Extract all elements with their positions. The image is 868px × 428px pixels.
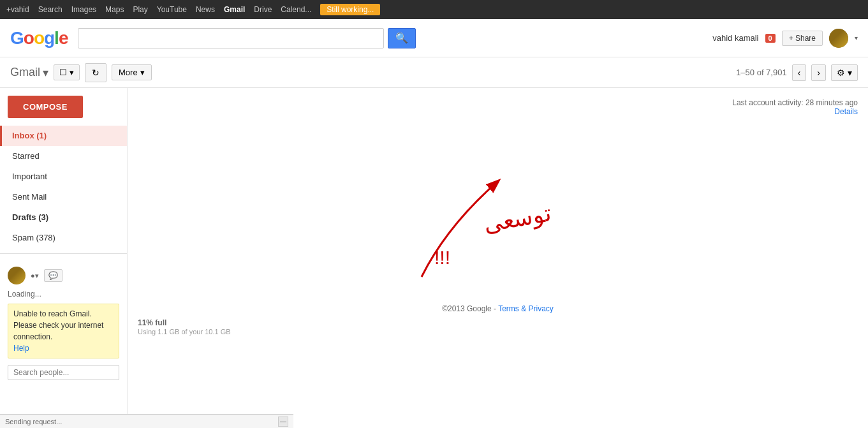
nav-vahid[interactable]: +vahid <box>6 5 29 14</box>
error-box: Unable to reach Gmail. Please check your… <box>8 304 119 358</box>
copyright-text: ©2013 Google - <box>442 304 496 313</box>
gmail-toolbar: Gmail ▾ ☐▾ ↻ More ▾ 1–50 of 7,901 ‹ › ⚙ … <box>0 57 868 88</box>
google-header: Google 🔍 vahid kamali 0 + Share ▾ <box>0 19 868 57</box>
share-button[interactable]: + Share <box>782 31 823 46</box>
sidebar-divider <box>0 253 127 254</box>
account-name: vahid kamali <box>712 33 758 43</box>
nav-news[interactable]: News <box>196 5 215 14</box>
nav-youtube[interactable]: YouTube <box>157 5 187 14</box>
chat-avatar <box>8 267 26 284</box>
sidebar-item-inbox[interactable]: Inbox (1) <box>0 126 127 146</box>
nav-gmail[interactable]: Gmail <box>224 5 245 14</box>
nav-images[interactable]: Images <box>71 5 96 14</box>
settings-button[interactable]: ⚙ ▾ <box>831 64 858 81</box>
center-footer: ©2013 Google - Terms & Privacy <box>138 304 858 313</box>
svg-text:!!!: !!! <box>434 247 450 268</box>
avatar[interactable] <box>829 29 848 48</box>
refresh-button[interactable]: ↻ <box>85 63 107 82</box>
svg-text:توسعی: توسعی <box>482 200 553 238</box>
sending-request-text: Sending request... <box>5 418 62 425</box>
storage-percent: 11% full <box>138 318 166 327</box>
content-area: Last account activity: 28 minutes ago De… <box>128 88 868 428</box>
nav-play[interactable]: Play <box>133 5 147 14</box>
chat-status: ●▾ <box>31 272 39 280</box>
nav-search[interactable]: Search <box>38 5 63 14</box>
error-message: Unable to reach Gmail. Please check your… <box>13 309 103 341</box>
prev-page-button[interactable]: ‹ <box>792 64 807 81</box>
top-nav-bar: +vahid Search Images Maps Play YouTube N… <box>0 0 868 19</box>
account-dropdown-arrow[interactable]: ▾ <box>855 34 858 41</box>
nav-drive[interactable]: Drive <box>254 5 272 14</box>
sidebar: COMPOSE Inbox (1) Starred Important Sent… <box>0 88 128 428</box>
more-button[interactable]: More ▾ <box>112 64 152 80</box>
compose-button[interactable]: COMPOSE <box>8 96 83 118</box>
chat-user-row: ●▾ 💬 <box>8 264 119 287</box>
storage-info: 11% full Using 1.1 GB of your 10.1 GB <box>138 318 858 336</box>
sidebar-item-drafts[interactable]: Drafts (3) <box>0 207 127 228</box>
select-checkbox-btn[interactable]: ☐▾ <box>54 64 80 80</box>
details-link[interactable]: Details <box>834 107 858 116</box>
pagination-info: 1–50 of 7,901 ‹ › ⚙ ▾ <box>736 64 858 81</box>
search-input[interactable] <box>78 28 384 48</box>
footer-strip: Sending request... — <box>0 414 293 428</box>
chat-action-button[interactable]: 💬 <box>44 269 63 282</box>
annotation-drawing: توسعی !!! <box>371 162 626 290</box>
google-logo: Google <box>10 28 68 48</box>
sidebar-item-spam[interactable]: Spam (378) <box>0 228 127 248</box>
search-people-input[interactable] <box>8 365 119 380</box>
account-area: vahid kamali 0 + Share ▾ <box>712 29 858 48</box>
sidebar-item-important[interactable]: Important <box>0 166 127 187</box>
notification-badge[interactable]: 0 <box>765 34 776 43</box>
storage-detail: Using 1.1 GB of your 10.1 GB <box>138 328 231 336</box>
search-button[interactable]: 🔍 <box>388 28 416 48</box>
error-help-link[interactable]: Help <box>13 344 29 353</box>
next-page-button[interactable]: › <box>811 64 826 81</box>
sidebar-item-starred[interactable]: Starred <box>0 146 127 166</box>
search-bar: 🔍 <box>78 28 416 48</box>
gmail-label[interactable]: Gmail ▾ <box>10 66 48 80</box>
chat-area: ●▾ 💬 Loading... Unable to reach Gmail. P… <box>0 259 127 385</box>
still-working-btn[interactable]: Still working... <box>320 4 380 15</box>
nav-maps[interactable]: Maps <box>105 5 124 14</box>
last-activity-text: Last account activity: 28 minutes ago <box>732 98 858 107</box>
main-layout: COMPOSE Inbox (1) Starred Important Sent… <box>0 88 868 428</box>
last-activity-area: Last account activity: 28 minutes ago De… <box>732 98 858 116</box>
nav-calendar[interactable]: Calend... <box>281 5 311 14</box>
footer-minimize-button[interactable]: — <box>278 417 288 427</box>
loading-text: Loading... <box>8 287 119 301</box>
sidebar-item-sent[interactable]: Sent Mail <box>0 187 127 207</box>
terms-privacy-link[interactable]: Terms & Privacy <box>498 304 554 313</box>
